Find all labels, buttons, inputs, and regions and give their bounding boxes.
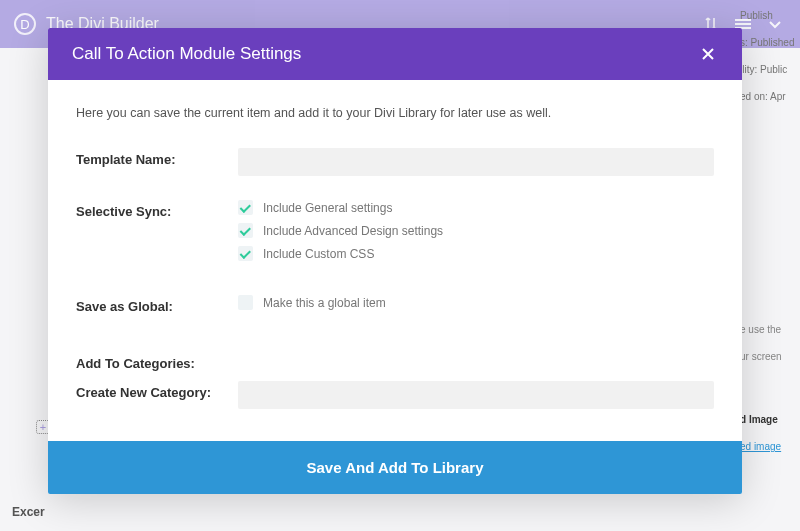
modal-header: Call To Action Module Settings xyxy=(48,28,742,80)
create-category-label: Create New Category: xyxy=(76,381,238,400)
checkbox-icon[interactable] xyxy=(238,200,253,215)
excerpt-label: Excer xyxy=(12,505,45,519)
sync-option-label: Include Custom CSS xyxy=(263,247,374,261)
close-icon[interactable] xyxy=(698,44,718,64)
global-option-label: Make this a global item xyxy=(263,296,386,310)
save-add-library-button[interactable]: Save And Add To Library xyxy=(48,441,742,494)
modal-title: Call To Action Module Settings xyxy=(72,44,698,64)
checkbox-icon[interactable] xyxy=(238,246,253,261)
template-name-input[interactable] xyxy=(238,148,714,176)
global-option[interactable]: Make this a global item xyxy=(238,295,714,310)
template-name-label: Template Name: xyxy=(76,148,238,167)
sync-option-label: Include General settings xyxy=(263,201,392,215)
add-categories-label: Add To Categories: xyxy=(76,352,238,371)
create-category-input[interactable] xyxy=(238,381,714,409)
divi-logo-icon: D xyxy=(14,13,36,35)
save-global-label: Save as Global: xyxy=(76,295,238,314)
selective-sync-label: Selective Sync: xyxy=(76,200,238,219)
sync-option-label: Include Advanced Design settings xyxy=(263,224,443,238)
sync-option[interactable]: Include Custom CSS xyxy=(238,246,714,261)
sync-option[interactable]: Include Advanced Design settings xyxy=(238,223,714,238)
modal-intro: Here you can save the current item and a… xyxy=(76,106,714,120)
sync-option[interactable]: Include General settings xyxy=(238,200,714,215)
checkbox-icon[interactable] xyxy=(238,223,253,238)
checkbox-icon[interactable] xyxy=(238,295,253,310)
module-settings-modal: Call To Action Module Settings Here you … xyxy=(48,28,742,494)
sidebar-meta: Publish s: Published ility: Public ed on… xyxy=(740,0,800,531)
modal-body: Here you can save the current item and a… xyxy=(48,80,742,441)
selective-sync-group: Include General settings Include Advance… xyxy=(238,200,714,261)
